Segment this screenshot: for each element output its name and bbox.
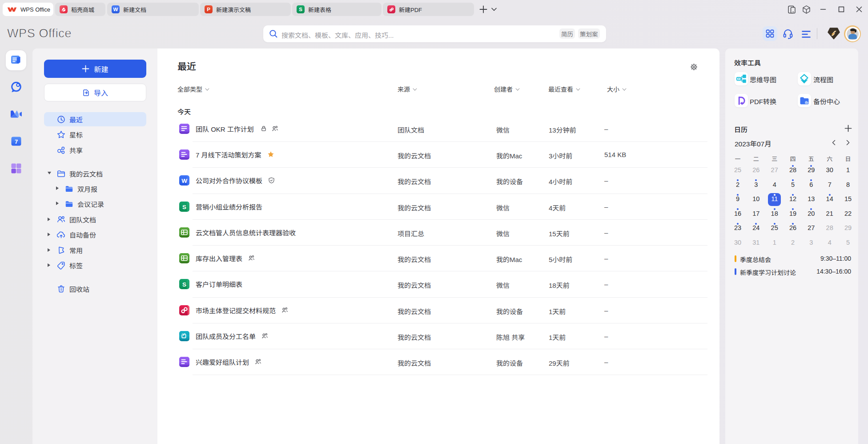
svg-text:7: 7 [15, 138, 18, 145]
svg-text:W: W [181, 177, 187, 184]
svg-text:S: S [182, 203, 186, 210]
svg-text:S: S [182, 281, 186, 287]
